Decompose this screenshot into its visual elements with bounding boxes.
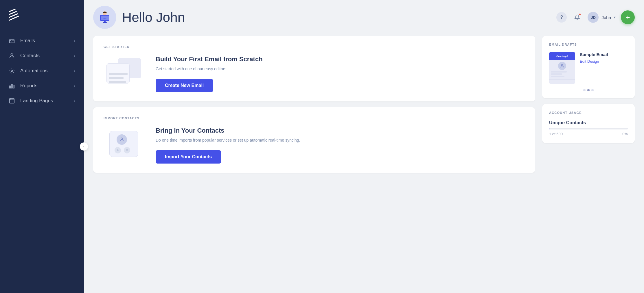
- header-greeting: Hello John: [93, 6, 185, 29]
- svg-rect-13: [104, 21, 106, 22]
- user-menu[interactable]: JD John ▾: [588, 12, 616, 23]
- contact-avatar-main: [117, 134, 127, 145]
- draft-edit-link[interactable]: Edit Design: [580, 59, 599, 64]
- svg-rect-12: [101, 16, 109, 20]
- import-contacts-desc: Do one time imports from popular service…: [156, 137, 525, 143]
- email-drafts-title: EMAIL DRAFTS: [549, 43, 628, 46]
- sidebar-item-reports-label: Reports: [20, 83, 74, 89]
- svg-rect-6: [10, 86, 11, 88]
- sidebar-toggle-button[interactable]: ‹: [80, 142, 88, 151]
- import-contacts-title: Bring In Your Contacts: [156, 127, 525, 134]
- notifications-button[interactable]: [572, 12, 582, 23]
- landing-pages-icon: [9, 98, 15, 104]
- account-usage-card: ACCOUNT USAGE Unique Contacts 1 of 500 0…: [542, 104, 635, 143]
- draft-thumb-avatar: [558, 62, 566, 70]
- contacts-icon: [9, 53, 15, 59]
- draft-dot-1[interactable]: [583, 89, 586, 91]
- page-content: GET STARTED Build Your F: [84, 29, 644, 293]
- svg-line-0: [9, 9, 15, 12]
- email-drafts-card: EMAIL DRAFTS Greetings!: [542, 36, 635, 98]
- svg-line-1: [9, 12, 16, 14]
- get-started-inner: Build Your First Email from Scratch Get …: [104, 55, 525, 92]
- sidebar-item-contacts-chevron: ›: [74, 53, 75, 58]
- usage-percent: 0%: [622, 132, 628, 136]
- sidebar-item-contacts[interactable]: Contacts ›: [3, 49, 80, 63]
- usage-meta: 1 of 500 0%: [549, 132, 628, 136]
- contact-avatar-small-1: [115, 147, 121, 153]
- draft-name: Sample Email: [580, 52, 628, 57]
- svg-rect-7: [11, 84, 12, 88]
- get-started-illustration: [104, 57, 144, 91]
- email-illus-front: [106, 63, 130, 84]
- draft-item: Greetings!: [549, 52, 628, 84]
- svg-point-18: [126, 149, 127, 150]
- get-started-section-label: GET STARTED: [104, 45, 525, 49]
- fab-button[interactable]: +: [621, 10, 635, 24]
- get-started-text: Build Your First Email from Scratch Get …: [156, 55, 525, 92]
- svg-rect-9: [10, 99, 14, 103]
- user-avatar: JD: [588, 12, 599, 23]
- user-dropdown-chevron: ▾: [614, 15, 616, 19]
- person-icon: [119, 137, 124, 142]
- sidebar-item-landing-pages-label: Landing Pages: [20, 98, 74, 104]
- svg-rect-14: [103, 22, 107, 23]
- import-contacts-card: IMPORT CONTACTS: [93, 107, 535, 173]
- sidebar-item-emails-chevron: ›: [74, 38, 75, 43]
- sidebar-item-reports-chevron: ›: [74, 84, 75, 88]
- draft-thumbnail: Greetings!: [549, 52, 575, 84]
- notification-dot: [579, 13, 581, 16]
- sidebar-item-reports[interactable]: Reports ›: [3, 79, 80, 93]
- email-icon: [9, 38, 15, 44]
- account-usage-title: ACCOUNT USAGE: [549, 111, 628, 114]
- reports-icon: [9, 83, 15, 89]
- sidebar-item-landing-pages[interactable]: Landing Pages ›: [3, 94, 80, 108]
- sidebar-item-contacts-label: Contacts: [20, 53, 74, 59]
- sidebar-item-emails[interactable]: Emails ›: [3, 34, 80, 48]
- contact-avatar-small-2: [124, 147, 130, 153]
- left-column: GET STARTED Build Your F: [93, 36, 535, 286]
- svg-point-16: [121, 138, 123, 140]
- right-column: EMAIL DRAFTS Greetings!: [542, 36, 635, 286]
- greeting-illustration: [94, 7, 115, 28]
- import-contacts-section-label: IMPORT CONTACTS: [104, 116, 525, 120]
- sidebar-item-automations-chevron: ›: [74, 68, 75, 73]
- usage-count: 1 of 500: [549, 132, 563, 136]
- automations-icon: [9, 68, 15, 74]
- nav-items: Emails › Contacts › Automations › Report…: [0, 34, 84, 108]
- greeting-text: Hello John: [122, 10, 185, 25]
- usage-bar-bg: [549, 128, 628, 129]
- draft-dot-2[interactable]: [587, 89, 590, 91]
- header-actions: ? JD John ▾ +: [556, 10, 635, 24]
- draft-info: Sample Email Edit Design: [580, 52, 628, 64]
- help-button[interactable]: ?: [556, 12, 567, 23]
- get-started-card: GET STARTED Build Your F: [93, 36, 535, 101]
- import-contacts-inner: Bring In Your Contacts Do one time impor…: [104, 127, 525, 164]
- unique-contacts-label: Unique Contacts: [549, 120, 628, 125]
- get-started-title: Build Your First Email from Scratch: [156, 55, 525, 63]
- sidebar: Emails › Contacts › Automations › Report…: [0, 0, 84, 293]
- usage-bar-fill: [549, 128, 549, 129]
- draft-pagination-dots: [549, 89, 628, 91]
- app-logo-icon: [7, 8, 22, 23]
- greeting-avatar: [93, 6, 116, 29]
- sidebar-item-landing-pages-chevron: ›: [74, 99, 75, 103]
- import-contacts-button[interactable]: Import Your Contacts: [156, 150, 221, 164]
- unique-contacts-item: Unique Contacts 1 of 500 0%: [549, 120, 628, 136]
- svg-rect-8: [13, 85, 14, 88]
- get-started-desc: Get started with one of our easy editors: [156, 66, 525, 72]
- sidebar-item-automations-label: Automations: [20, 68, 74, 74]
- page-header: Hello John ? JD John ▾ +: [84, 0, 644, 29]
- svg-point-5: [11, 70, 13, 72]
- svg-point-4: [11, 54, 13, 56]
- sidebar-item-emails-label: Emails: [20, 38, 74, 44]
- svg-point-19: [561, 64, 563, 66]
- import-contacts-text: Bring In Your Contacts Do one time impor…: [156, 127, 525, 164]
- svg-point-17: [117, 149, 118, 150]
- sidebar-logo: [0, 0, 84, 34]
- create-new-email-button[interactable]: Create New Email: [156, 79, 213, 92]
- draft-dot-3[interactable]: [591, 89, 594, 91]
- main-area: Hello John ? JD John ▾ + GET STARTED: [84, 0, 644, 293]
- user-name: John: [601, 15, 611, 20]
- import-contacts-illustration: [104, 128, 144, 163]
- sidebar-item-automations[interactable]: Automations ›: [3, 64, 80, 78]
